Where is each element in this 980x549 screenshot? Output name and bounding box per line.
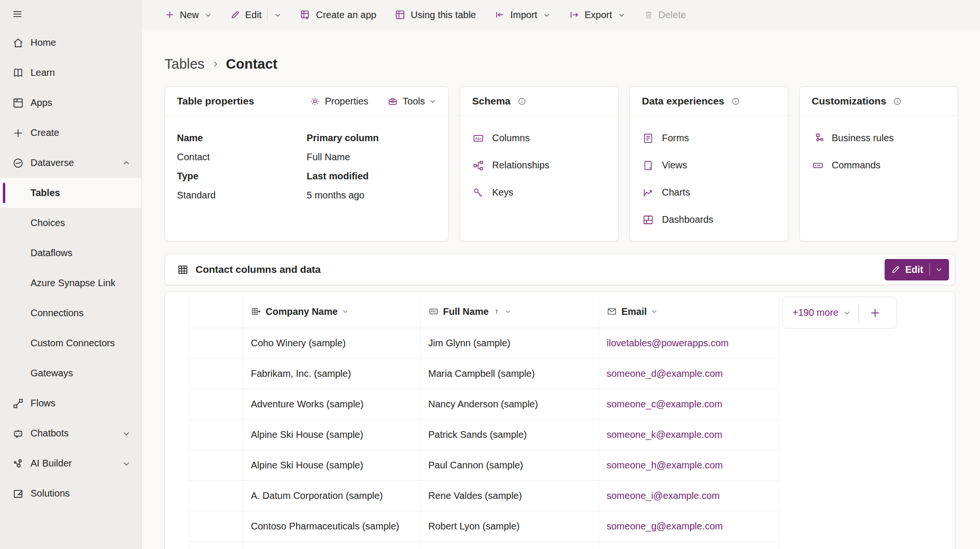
sidebar-item-gateways[interactable]: Gateways	[0, 358, 141, 388]
experience-item-label: Dashboards	[662, 214, 713, 225]
contact-columns-section-header: Contact columns and data Edit	[165, 254, 955, 285]
hamburger-menu-button[interactable]	[0, 0, 141, 28]
tools-label: Tools	[402, 96, 425, 107]
data-experiences-card: Data experiences Forms	[629, 86, 788, 241]
sidebar-item-dataflows[interactable]: Dataflows	[0, 238, 141, 268]
create-an-app-button[interactable]: Create an app	[299, 9, 376, 21]
info-icon[interactable]	[893, 97, 902, 106]
properties-button[interactable]: Properties	[309, 96, 368, 107]
company-cell[interactable]: Alpine Ski House (sample)	[243, 450, 421, 480]
main-content: Tables Contact Table properties Properti…	[142, 30, 980, 549]
table-row[interactable]: Alpine Ski House (sample) Paul Cannon (s…	[189, 450, 779, 480]
more-columns-button[interactable]: +190 more	[793, 307, 851, 318]
sidebar-item-custom-connectors[interactable]: Custom Connectors	[0, 328, 141, 358]
table-row[interactable]: Adventure Works (sample) Nancy Anderson …	[189, 389, 779, 419]
sidebar-item-ai-builder[interactable]: AI Builder	[0, 448, 141, 478]
full-name-cell[interactable]: Nancy Anderson (sample)	[421, 389, 599, 419]
card-title: Table properties	[177, 95, 254, 107]
chevron-down-icon	[122, 459, 131, 468]
commands-link[interactable]: Commands	[812, 152, 946, 179]
company-cell[interactable]	[243, 541, 421, 549]
table-row[interactable]: Alpine Ski House (sample) Patrick Sands …	[189, 419, 779, 450]
new-button[interactable]: New	[165, 10, 212, 21]
row-selector-cell[interactable]	[189, 450, 243, 480]
sidebar-item-learn[interactable]: Learn	[0, 58, 141, 88]
company-cell[interactable]: Coho Winery (sample)	[243, 328, 421, 358]
sidebar-item-connections[interactable]: Connections	[0, 298, 141, 328]
delete-button[interactable]: Delete	[643, 10, 686, 21]
chevron-down-icon[interactable]	[274, 11, 281, 19]
breadcrumb-tables-link[interactable]: Tables	[165, 56, 205, 72]
email-link[interactable]: someone_c@example.com	[607, 399, 722, 409]
sidebar-item-home[interactable]: Home	[0, 28, 141, 58]
business-rules-link[interactable]: Business rules	[812, 124, 946, 152]
row-selector-cell[interactable]	[189, 541, 243, 549]
book-icon	[12, 67, 24, 79]
import-button[interactable]: Import	[494, 9, 550, 21]
schema-keys-link[interactable]: Keys	[472, 179, 606, 206]
table-row[interactable]: Contoso Pharmaceuticals (sample) Robert …	[189, 511, 779, 541]
row-selector-cell[interactable]	[189, 358, 243, 389]
dashboards-link[interactable]: Dashboards	[642, 206, 776, 233]
email-link[interactable]: someone_i@example.com	[607, 490, 720, 501]
sidebar-item-choices[interactable]: Choices	[0, 208, 141, 238]
row-selector-cell[interactable]	[189, 328, 243, 358]
info-icon[interactable]	[517, 97, 526, 106]
full-name-cell[interactable]	[421, 541, 599, 549]
edit-table-button[interactable]: Edit	[885, 259, 949, 280]
schema-columns-link[interactable]: Abc Columns	[472, 124, 606, 152]
chevron-down-icon	[618, 11, 625, 19]
company-cell[interactable]: Alpine Ski House (sample)	[243, 419, 421, 450]
tools-button[interactable]: Tools	[387, 96, 436, 107]
sidebar-item-create[interactable]: Create	[0, 118, 141, 148]
edit-command-button[interactable]: Edit	[230, 9, 281, 21]
table-row[interactable]	[189, 541, 779, 549]
company-cell[interactable]: Fabrikam, Inc. (sample)	[243, 358, 421, 389]
sidebar-item-chatbots[interactable]: Chatbots	[0, 418, 141, 448]
export-button[interactable]: Export	[568, 9, 625, 21]
email-link[interactable]: someone_h@example.com	[607, 460, 723, 470]
sidebar-item-dataverse[interactable]: Dataverse	[0, 148, 141, 178]
views-link[interactable]: Views	[642, 152, 776, 179]
info-icon[interactable]	[731, 97, 740, 106]
full-name-cell[interactable]: Patrick Sands (sample)	[421, 419, 599, 450]
table-row[interactable]: A. Datum Corporation (sample) Rene Valde…	[189, 480, 779, 511]
sidebar-item-label: Connections	[31, 308, 83, 319]
table-row[interactable]: Coho Winery (sample) Jim Glynn (sample) …	[189, 328, 779, 358]
add-column-button[interactable]	[866, 303, 885, 322]
email-link[interactable]: someone_k@example.com	[607, 429, 722, 440]
sidebar-item-label: Gateways	[31, 368, 73, 379]
sidebar-item-solutions[interactable]: Solutions	[0, 478, 141, 508]
company-cell[interactable]: Contoso Pharmaceuticals (sample)	[243, 511, 421, 541]
row-selector-header[interactable]	[189, 296, 243, 328]
row-selector-cell[interactable]	[189, 480, 243, 511]
column-label: Email	[621, 306, 647, 317]
full-name-cell[interactable]: Maria Campbell (sample)	[421, 358, 599, 389]
sidebar-item-azure-synapse-link[interactable]: Azure Synapse Link	[0, 268, 141, 298]
table-row[interactable]: Fabrikam, Inc. (sample) Maria Campbell (…	[189, 358, 779, 389]
row-selector-cell[interactable]	[189, 419, 243, 450]
email-link[interactable]: someone_d@example.com	[607, 368, 723, 379]
full-name-cell[interactable]: Jim Glynn (sample)	[421, 328, 599, 358]
company-cell[interactable]: Adventure Works (sample)	[243, 389, 421, 419]
chevron-down-icon[interactable]	[935, 266, 943, 273]
column-header-email[interactable]: Email	[599, 296, 779, 328]
sidebar-item-flows[interactable]: Flows	[0, 388, 141, 418]
sidebar-item-apps[interactable]: Apps	[0, 88, 141, 118]
sidebar-item-tables[interactable]: Tables	[0, 178, 141, 208]
company-cell[interactable]: A. Datum Corporation (sample)	[243, 480, 421, 511]
column-header-company-name[interactable]: Company Name	[243, 296, 421, 328]
prop-label-name: Name	[177, 128, 307, 147]
charts-link[interactable]: Charts	[642, 179, 776, 206]
row-selector-cell[interactable]	[189, 511, 243, 541]
forms-link[interactable]: Forms	[642, 124, 776, 152]
email-link[interactable]: someone_g@example.com	[607, 521, 723, 531]
full-name-cell[interactable]: Paul Cannon (sample)	[421, 450, 599, 480]
row-selector-cell[interactable]	[189, 389, 243, 419]
column-header-full-name[interactable]: Abc Full Name	[421, 296, 599, 328]
schema-relationships-link[interactable]: Relationships	[472, 152, 606, 179]
full-name-cell[interactable]: Rene Valdes (sample)	[421, 480, 599, 511]
full-name-cell[interactable]: Robert Lyon (sample)	[421, 511, 599, 541]
email-link[interactable]: ilovetables@powerapps.com	[607, 338, 729, 348]
using-this-table-button[interactable]: Using this table	[394, 9, 476, 21]
